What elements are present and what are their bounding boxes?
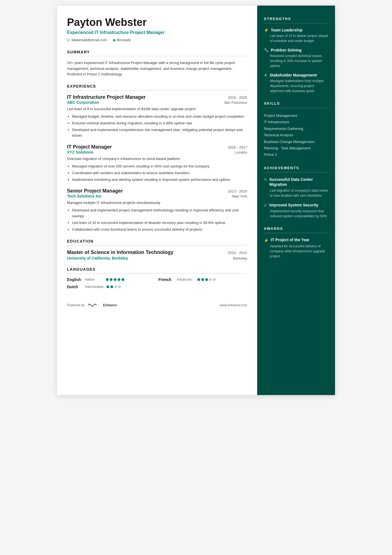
lang-english: English Native: [67, 277, 156, 282]
skill-item: Technical Analysis ·: [264, 132, 328, 138]
experience-title: EXPERIENCE: [67, 84, 247, 90]
dot: [110, 285, 113, 288]
location-contact: ◉ Brussels: [113, 38, 131, 42]
education-title: EDUCATION: [67, 239, 247, 245]
job-bullets-1: Managed budget, timeline, and resource a…: [67, 114, 247, 139]
list-item: Collaborated with cross-functional teams…: [72, 227, 247, 233]
lang-dots-english: [106, 278, 124, 281]
achievement-header-1: ✎ Successful Data Center Migration: [264, 177, 328, 187]
strength-problem-solving: 🔧 Problem Solving Resolved complex techn…: [264, 48, 328, 68]
lang-name-english: English: [67, 277, 82, 282]
wrench-icon: 🔧: [264, 48, 269, 52]
location-icon: ◉: [113, 38, 116, 42]
job-header-3: Senior Project Manager 2013 - 2016: [67, 188, 247, 194]
lang-level-french: Advanced: [177, 278, 195, 282]
languages-grid: English Native French Advanced: [67, 277, 247, 289]
skill-item: IT Infrastructure ·: [264, 119, 328, 125]
footer-powered-text: Powered by: [67, 303, 85, 307]
job-bullets-3: Developed and implemented project manage…: [67, 208, 247, 232]
dot: [201, 278, 204, 281]
summary-section: SUMMARY 10+ years experienced IT Infrast…: [67, 50, 247, 77]
job-company-line-1: ABC Corporation San Francisco: [67, 100, 247, 105]
lang-dots-dutch: [106, 285, 121, 288]
edu-entry-1: Master of Science in Information Technol…: [67, 249, 247, 260]
job-dates-3: 2013 - 2016: [228, 189, 247, 193]
achievement-system-security: ✔ Improved System Security Implemented s…: [264, 203, 328, 219]
edu-school-1: University of California, Berkeley: [67, 256, 128, 260]
dot: [118, 278, 120, 281]
skill-item: Business Change Management ·: [264, 139, 328, 145]
achievement-name-1: Successful Data Center Migration: [269, 177, 328, 187]
lang-level-english: Native: [85, 278, 103, 282]
email-icon: ⊙: [67, 38, 70, 42]
edu-degree-1: Master of Science in Information Technol…: [67, 249, 173, 256]
candidate-title: Experienced IT Infrastructure Project Ma…: [67, 30, 247, 35]
lang-dutch: Dutch Intermediate: [67, 285, 156, 289]
job-desc-2: Oversaw migration of company's infrastru…: [67, 156, 247, 162]
job-location-3: New York: [232, 194, 247, 198]
job-company-line-2: XYZ Solutions London: [67, 150, 247, 154]
experience-section: EXPERIENCE IT Infrastructure Project Man…: [67, 84, 247, 232]
candidate-name: Payton Webster: [67, 17, 247, 28]
lang-dots-french: [197, 278, 216, 281]
dot: [118, 285, 121, 288]
footer-powered: Powered by Enhancv: [67, 302, 117, 308]
strength-header-2: 🔧 Problem Solving: [264, 48, 328, 52]
dot: [114, 285, 117, 288]
skills-list: Project Management · IT Infrastructure ·…: [264, 112, 328, 158]
contact-line: ⊙ fakeemail@email.com ◉ Brussels: [67, 38, 247, 42]
edu-dates-1: 2010 - 2012: [228, 251, 247, 255]
award-name-1: IT Project of the Year: [271, 238, 309, 242]
strength-desc-1: Led team of 15 to deliver project ahead …: [264, 33, 328, 43]
lang-name-dutch: Dutch: [67, 285, 82, 289]
job-entry-1: IT Infrastructure Project Manager 2018 -…: [67, 94, 247, 139]
list-item: Developed and implemented project manage…: [72, 208, 247, 219]
edu-location-1: Berkeley: [233, 256, 247, 260]
skills-title: SKILLS: [264, 101, 328, 108]
lightning-icon: ⚡: [264, 28, 269, 32]
job-header-2: IT Project Manager 2016 - 2017: [67, 144, 247, 150]
lang-name-french: French: [158, 277, 174, 282]
job-entry-2: IT Project Manager 2016 - 2017 XYZ Solut…: [67, 144, 247, 182]
award-header-1: ⚡ IT Project of the Year: [264, 238, 328, 243]
dot: [205, 278, 208, 281]
job-dates-2: 2016 - 2017: [228, 145, 247, 149]
languages-section: LANGUAGES English Native: [67, 267, 247, 289]
strengths-title: STRENGTHS: [264, 17, 328, 23]
summary-text: 10+ years experienced IT Infrastructure …: [67, 60, 247, 77]
achievement-name-2: Improved System Security: [269, 203, 318, 208]
edu-header-1: Master of Science in Information Technol…: [67, 249, 247, 256]
skills-section: SKILLS Project Management · IT Infrastru…: [264, 101, 328, 158]
dot: [121, 278, 124, 281]
strength-name-1: Team Leadership: [271, 28, 302, 32]
company-name-3: Tech Solutions Inc.: [67, 194, 102, 198]
languages-title: LANGUAGES: [67, 267, 247, 273]
dot: [106, 285, 109, 288]
job-title-1: IT Infrastructure Project Manager: [67, 94, 146, 100]
awards-section: AWARDS ⚡ IT Project of the Year Awarded …: [264, 226, 328, 259]
achievements-title: ACHIEVEMENTS: [264, 166, 328, 172]
enhancv-logo-icon: [87, 302, 101, 308]
strength-header-3: ★ Stakeholder Management: [264, 73, 328, 77]
award-project-year: ⚡ IT Project of the Year Awarded for suc…: [264, 238, 328, 259]
strength-team-leadership: ⚡ Team Leadership Led team of 15 to deli…: [264, 28, 328, 43]
footer-website: www.enhancv.com: [220, 303, 247, 307]
strength-name-3: Stakeholder Management: [270, 73, 317, 77]
strength-header-1: ⚡ Team Leadership: [264, 28, 328, 32]
pencil-icon: ✎: [264, 177, 267, 182]
skill-item: Project Management ·: [264, 112, 328, 119]
list-item: Managed migration of over 500 servers re…: [72, 164, 247, 169]
company-name-1: ABC Corporation: [67, 100, 99, 105]
resume-footer: Powered by Enhancv www.enhancv.com: [67, 296, 247, 308]
strength-name-2: Problem Solving: [271, 48, 301, 52]
email-text: fakeemail@email.com: [71, 38, 107, 42]
job-company-line-3: Tech Solutions Inc. New York: [67, 194, 247, 198]
list-item: Led team of 10 in successful implementat…: [72, 220, 247, 226]
achievement-data-center: ✎ Successful Data Center Migration Led m…: [264, 177, 328, 198]
award-lightning-icon: ⚡: [264, 238, 269, 243]
job-header-1: IT Infrastructure Project Manager 2018 -…: [67, 94, 247, 100]
lang-level-dutch: Intermediate: [85, 285, 104, 289]
email-contact: ⊙ fakeemail@email.com: [67, 38, 107, 42]
achievement-desc-1: Led migration of company's data center t…: [264, 188, 328, 198]
checkmark-icon: ✔: [264, 203, 267, 208]
